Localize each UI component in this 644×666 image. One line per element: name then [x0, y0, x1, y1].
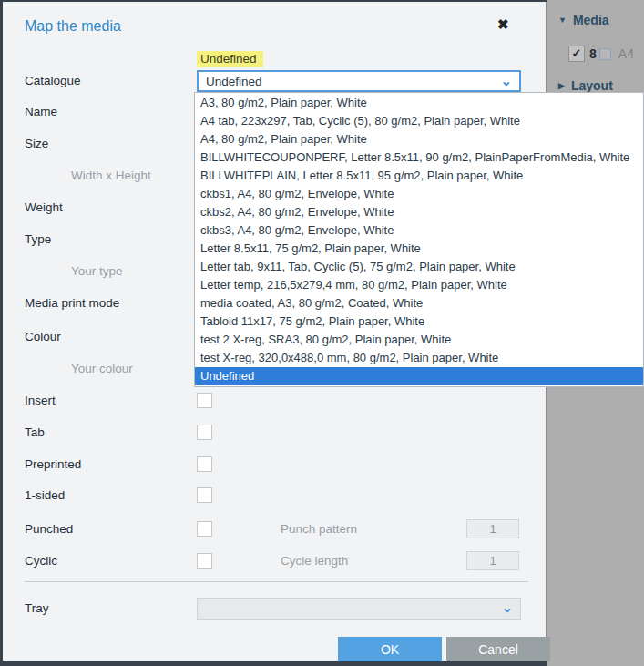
catalogue-option[interactable]: test 2 X-reg, SRA3, 80 g/m2, Plain paper… — [195, 331, 643, 349]
colour-label: Colour — [25, 330, 61, 343]
tray-label: Tray — [25, 601, 49, 615]
media-paper-size: A4 — [618, 46, 634, 61]
dialog-title: Map the media — [25, 18, 121, 35]
punched-label: Punched — [25, 522, 73, 536]
punch-pattern-input: 1 — [466, 519, 519, 538]
cycle-length-label: Cycle length — [281, 554, 348, 568]
cancel-button[interactable]: Cancel — [446, 637, 550, 661]
insert-label: Insert — [25, 394, 56, 407]
media-print-mode-label: Media print mode — [25, 296, 119, 310]
type-label: Type — [25, 232, 51, 246]
cyclic-checkbox[interactable] — [197, 553, 212, 569]
close-icon[interactable]: ✖ — [497, 16, 509, 33]
tab-checkbox[interactable] — [197, 425, 212, 440]
punch-pattern-label: Punch pattern — [281, 522, 357, 536]
weight-label: Weight — [25, 200, 63, 214]
catalogue-option[interactable]: Letter 8.5x11, 75 g/m2, Plain paper, Whi… — [195, 240, 643, 258]
catalogue-select-value: Undefined — [206, 75, 262, 88]
media-checkbox[interactable]: ✓ — [568, 46, 585, 62]
catalogue-option[interactable]: ckbs1, A4, 80 g/m2, Envelope, White — [195, 185, 643, 203]
catalogue-current-value-highlight: Undefined — [197, 51, 263, 67]
catalogue-option[interactable]: ckbs3, A4, 80 g/m2, Envelope, White — [195, 221, 643, 240]
collapse-triangle-icon: ▼ — [558, 15, 567, 25]
layout-section-label: Layout — [571, 78, 613, 93]
catalogue-option[interactable]: Letter tab, 9x11, Tab, Cyclic (5), 75 g/… — [195, 258, 643, 276]
catalogue-option[interactable]: test X-reg, 320,0x488,0 mm, 80 g/m2, Pla… — [195, 349, 643, 367]
ok-button[interactable]: OK — [338, 637, 442, 661]
sidebar-section-layout[interactable]: ▶ Layout — [558, 78, 613, 93]
media-secondary-checkbox[interactable] — [599, 48, 611, 60]
catalogue-option[interactable]: BILLWHITEPLAIN, Letter 8.5x11, 95 g/m2, … — [195, 167, 643, 185]
media-count: 8 — [589, 46, 597, 61]
media-row: ✓ 8 A4 — [568, 46, 634, 62]
catalogue-option[interactable]: Letter temp, 216,5x279,4 mm, 80 g/m2, Pl… — [195, 276, 643, 294]
catalogue-select[interactable]: Undefined ⌄ — [197, 70, 521, 92]
cycle-length-input: 1 — [466, 551, 519, 570]
chevron-down-icon: ⌄ — [501, 599, 513, 616]
catalogue-option[interactable]: A4 tab, 223x297, Tab, Cyclic (5), 80 g/m… — [195, 112, 643, 130]
your-colour-label: Your colour — [71, 362, 133, 375]
media-section-label: Media — [573, 13, 609, 27]
sidebar-section-media[interactable]: ▼ Media — [558, 13, 609, 27]
screen: ▼ Media ✓ 8 A4 ▶ Layout Map the media ✖ … — [0, 0, 644, 666]
catalogue-option[interactable]: media coated, A3, 80 g/m2, Coated, White — [195, 294, 643, 313]
your-type-label: Your type — [71, 264, 123, 278]
catalogue-option[interactable]: A3, 80 g/m2, Plain paper, White — [195, 94, 643, 112]
preprinted-checkbox[interactable] — [197, 456, 212, 472]
size-label: Size — [25, 137, 48, 150]
tab-label: Tab — [25, 425, 45, 439]
width-height-label: Width x Height — [71, 169, 151, 182]
punched-checkbox[interactable] — [197, 521, 212, 537]
catalogue-option[interactable]: ckbs2, A4, 80 g/m2, Envelope, White — [195, 203, 643, 221]
catalogue-option[interactable]: A4, 80 g/m2, Plain paper, White — [195, 130, 643, 149]
one-sided-checkbox[interactable] — [197, 487, 212, 503]
catalogue-label: Catalogue — [25, 74, 81, 87]
chevron-down-icon: ⌄ — [500, 73, 512, 89]
section-divider — [25, 581, 528, 582]
insert-checkbox[interactable] — [197, 393, 212, 408]
cyclic-label: Cyclic — [25, 554, 57, 568]
catalogue-option[interactable]: Tabloid 11x17, 75 g/m2, Plain paper, Whi… — [195, 313, 643, 331]
catalogue-option[interactable]: Undefined — [195, 367, 643, 385]
catalogue-option[interactable]: BILLWHITECOUPONPERF, Letter 8.5x11, 90 g… — [195, 149, 643, 167]
expand-triangle-icon: ▶ — [558, 81, 565, 90]
tray-select[interactable]: ⌄ — [197, 598, 521, 620]
catalogue-option-list: A3, 80 g/m2, Plain paper, WhiteA4 tab, 2… — [194, 92, 644, 387]
name-label: Name — [25, 105, 57, 118]
preprinted-label: Preprinted — [25, 457, 81, 471]
one-sided-label: 1-sided — [25, 488, 65, 502]
